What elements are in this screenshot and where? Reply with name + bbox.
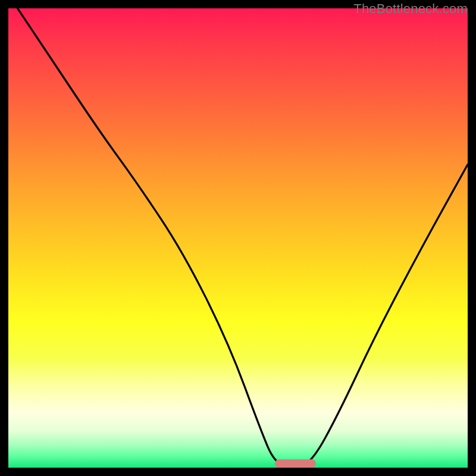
plot-area — [8, 8, 468, 468]
watermark-text: TheBottleneck.com — [353, 1, 468, 17]
optimum-marker — [275, 459, 317, 468]
bottleneck-curve — [8, 8, 468, 468]
chart-frame: TheBottleneck.com — [0, 0, 476, 476]
